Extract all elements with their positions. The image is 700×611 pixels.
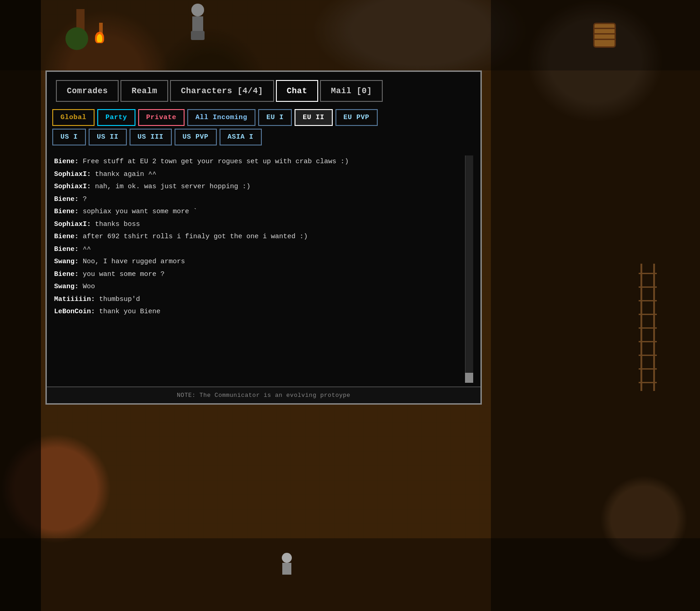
message-text-11: thumbsup'd — [99, 295, 140, 303]
barrel-decoration — [593, 23, 616, 48]
username-8: Swang: — [54, 258, 79, 265]
message-text-5: thanks boss — [95, 220, 140, 228]
chat-tab-eu-ii[interactable]: EU II — [295, 109, 333, 126]
main-panel: Comrades Realm Characters [4/4] Chat Mai… — [45, 70, 482, 405]
message-text-6: after 692 tshirt rolls i finaly got the … — [83, 233, 308, 240]
chat-message-9: Biene: you want some more ? — [54, 268, 464, 281]
chat-tab-eu-pvp[interactable]: EU PVP — [335, 109, 378, 126]
chat-tabs-row2: US I US II US III US PVP ASIA I — [52, 129, 475, 145]
dark-bottom-overlay — [0, 538, 700, 611]
username-7: Biene: — [54, 245, 79, 253]
panel-footer: NOTE: The Communicator is an evolving pr… — [47, 386, 480, 403]
chat-message-2: SophiaxI: nah, im ok. was just server ho… — [54, 180, 464, 193]
chat-message-0: Biene: Free stuff at EU 2 town get your … — [54, 155, 464, 168]
tab-chat[interactable]: Chat — [276, 80, 318, 102]
chat-tabs-area: Global Party Private All Incoming EU I E… — [47, 102, 480, 148]
footer-note: NOTE: The Communicator is an evolving pr… — [177, 392, 350, 399]
chat-tab-asia-i[interactable]: ASIA I — [220, 129, 262, 145]
username-9: Biene: — [54, 270, 79, 278]
username-3: Biene: — [54, 195, 79, 203]
chat-tab-all-incoming[interactable]: All Incoming — [187, 109, 255, 126]
chat-tab-eu-i[interactable]: EU I — [258, 109, 292, 126]
chat-tab-us-iii[interactable]: US III — [130, 129, 172, 145]
username-0: Biene: — [54, 158, 79, 165]
message-text-8: Noo, I have rugged armors — [83, 258, 185, 265]
tree-decoration — [73, 9, 88, 50]
username-5: SophiaxI: — [54, 220, 91, 228]
tab-characters[interactable]: Characters [4/4] — [170, 80, 274, 102]
chat-message-5: SophiaxI: thanks boss — [54, 218, 464, 231]
username-1: SophiaxI: — [54, 170, 91, 178]
dark-right-overlay — [491, 0, 700, 611]
message-text-2: nah, im ok. was just server hopping :) — [95, 183, 250, 190]
chat-message-3: Biene: ? — [54, 193, 464, 206]
chat-message-8: Swang: Noo, I have rugged armors — [54, 255, 464, 268]
chat-message-11: Matiiiiin: thumbsup'd — [54, 293, 464, 306]
username-10: Swang: — [54, 283, 79, 290]
bottom-character — [282, 553, 292, 575]
chat-message-12: LeBonCoin: thank you Biene — [54, 306, 464, 318]
chat-tab-party[interactable]: Party — [97, 109, 135, 126]
chat-message-7: Biene: ^^ — [54, 243, 464, 256]
message-text-0: Free stuff at EU 2 town get your rogues … — [83, 158, 349, 165]
scrollbar-track[interactable] — [465, 155, 473, 383]
chat-messages-area[interactable]: Biene: Free stuff at EU 2 town get your … — [54, 155, 473, 383]
message-text-9: you want some more ? — [83, 270, 165, 278]
chat-tab-global[interactable]: Global — [52, 109, 95, 126]
message-text-4: sophiax you want some more ` — [83, 208, 197, 215]
top-navigation: Comrades Realm Characters [4/4] Chat Mai… — [47, 72, 480, 102]
messages-wrapper: Biene: Free stuff at EU 2 town get your … — [54, 155, 473, 318]
ladder-decoration — [639, 264, 657, 391]
chat-tab-private[interactable]: Private — [138, 109, 185, 126]
message-text-10: Woo — [83, 283, 95, 290]
username-11: Matiiiiin: — [54, 295, 95, 303]
dark-left-overlay — [0, 0, 41, 611]
username-6: Biene: — [54, 233, 79, 240]
username-2: SophiaxI: — [54, 183, 91, 190]
username-4: Biene: — [54, 208, 79, 215]
message-text-3: ? — [83, 195, 87, 203]
username-12: LeBonCoin: — [54, 308, 95, 316]
message-text-7: ^^ — [83, 245, 91, 253]
chat-tabs-row1: Global Party Private All Incoming EU I E… — [52, 109, 475, 126]
scrollbar-thumb[interactable] — [465, 373, 473, 383]
chat-message-4: Biene: sophiax you want some more ` — [54, 205, 464, 218]
chat-tab-us-pvp[interactable]: US PVP — [175, 129, 217, 145]
chat-tab-us-ii[interactable]: US II — [89, 129, 127, 145]
tab-realm[interactable]: Realm — [120, 80, 168, 102]
tab-comrades[interactable]: Comrades — [56, 80, 119, 102]
chat-message-1: SophiaxI: thankx again ^^ — [54, 168, 464, 181]
player-character — [175, 0, 220, 40]
chat-message-6: Biene: after 692 tshirt rolls i finaly g… — [54, 230, 464, 243]
fire-decoration — [98, 23, 104, 42]
chat-tab-us-i[interactable]: US I — [52, 129, 86, 145]
tab-mail[interactable]: Mail [0] — [320, 80, 383, 102]
message-text-1: thankx again ^^ — [95, 170, 156, 178]
chat-message-10: Swang: Woo — [54, 280, 464, 293]
message-text-12: thank you Biene — [99, 308, 160, 316]
